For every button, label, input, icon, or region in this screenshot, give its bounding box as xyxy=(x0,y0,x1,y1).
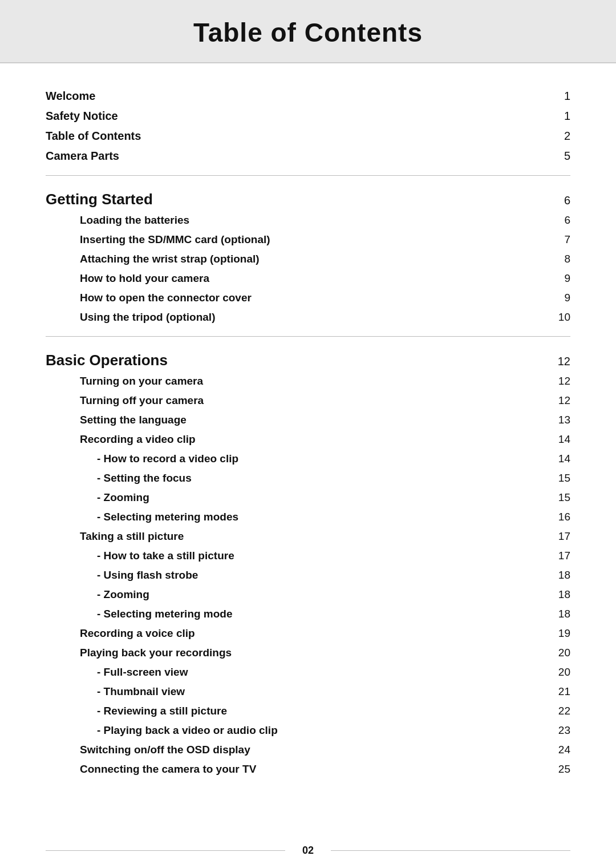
item-page: 21 xyxy=(558,685,570,698)
title-bar: Table of Contents xyxy=(0,0,616,63)
footer-page-number: 02 xyxy=(297,845,319,857)
item-label: - Full-screen view xyxy=(46,666,188,679)
item-page: 14 xyxy=(558,453,570,465)
top-entry-3: Camera Parts5 xyxy=(46,146,570,166)
item-label: How to hold your camera xyxy=(46,272,209,285)
group-1-item-3: Recording a video clip14 xyxy=(46,430,570,449)
group-1-item-10: - Using flash strobe18 xyxy=(46,566,570,585)
item-page: 24 xyxy=(558,744,570,756)
item-label: Loading the batteries xyxy=(46,214,189,227)
item-label: - Playing back a video or audio clip xyxy=(46,724,278,737)
entry-label: Welcome xyxy=(46,90,95,103)
item-page: 12 xyxy=(558,394,570,407)
item-page: 20 xyxy=(558,666,570,679)
group-1-item-17: - Reviewing a still picture22 xyxy=(46,701,570,721)
item-page: 20 xyxy=(558,647,570,659)
item-label: - Zooming xyxy=(46,491,149,504)
group-1-item-11: - Zooming18 xyxy=(46,585,570,604)
group-header-0: Getting Started6 xyxy=(46,185,570,211)
entry-label: Camera Parts xyxy=(46,150,119,163)
group-page: 6 xyxy=(564,194,570,207)
group-divider-0 xyxy=(46,336,570,337)
item-label: Inserting the SD/MMC card (optional) xyxy=(46,233,270,246)
item-label: Taking a still picture xyxy=(46,530,184,543)
content-area: Welcome1Safety Notice1Table of Contents2… xyxy=(0,63,616,802)
footer-line-right xyxy=(331,850,570,851)
entry-label: Table of Contents xyxy=(46,130,141,143)
divider-1 xyxy=(46,175,570,176)
entry-page: 1 xyxy=(564,90,570,103)
group-0-item-3: How to hold your camera9 xyxy=(46,269,570,288)
item-page: 12 xyxy=(558,375,570,387)
item-label: Turning on your camera xyxy=(46,375,203,387)
group-1-item-12: - Selecting metering mode18 xyxy=(46,604,570,624)
item-page: 9 xyxy=(564,272,570,285)
item-page: 8 xyxy=(564,253,570,265)
top-section: Welcome1Safety Notice1Table of Contents2… xyxy=(46,86,570,166)
group-1-item-13: Recording a voice clip19 xyxy=(46,624,570,643)
item-page: 17 xyxy=(558,550,570,562)
entry-page: 2 xyxy=(564,130,570,143)
item-label: - Setting the focus xyxy=(46,472,192,485)
item-label: - Selecting metering modes xyxy=(46,511,238,523)
item-label: - Zooming xyxy=(46,588,149,601)
item-label: - How to take a still picture xyxy=(46,550,234,562)
group-header-1: Basic Operations12 xyxy=(46,346,570,372)
item-page: 10 xyxy=(558,311,570,324)
group-1-item-18: - Playing back a video or audio clip23 xyxy=(46,721,570,740)
page-title: Table of Contents xyxy=(11,17,605,48)
item-label: Attaching the wrist strap (optional) xyxy=(46,253,260,265)
item-label: Setting the language xyxy=(46,414,187,426)
item-label: Playing back your recordings xyxy=(46,647,232,659)
group-1-item-5: - Setting the focus15 xyxy=(46,469,570,488)
item-page: 9 xyxy=(564,292,570,304)
item-page: 15 xyxy=(558,491,570,504)
item-label: Connecting the camera to your TV xyxy=(46,763,256,776)
item-label: Turning off your camera xyxy=(46,394,204,407)
group-1-item-6: - Zooming15 xyxy=(46,488,570,507)
item-page: 19 xyxy=(558,627,570,640)
group-1-item-1: Turning off your camera12 xyxy=(46,391,570,410)
item-label: - How to record a video clip xyxy=(46,453,238,465)
page-footer: 02 xyxy=(0,845,616,857)
item-label: How to open the connector cover xyxy=(46,292,252,304)
groups-container: Getting Started6Loading the batteries6In… xyxy=(46,185,570,779)
item-page: 18 xyxy=(558,588,570,601)
group-0-item-2: Attaching the wrist strap (optional)8 xyxy=(46,249,570,269)
page: Table of Contents Welcome1Safety Notice1… xyxy=(0,0,616,868)
item-label: Recording a video clip xyxy=(46,433,196,446)
item-page: 14 xyxy=(558,433,570,446)
group-1-item-2: Setting the language13 xyxy=(46,410,570,430)
group-name: Getting Started xyxy=(46,191,153,208)
group-1-item-4: - How to record a video clip14 xyxy=(46,449,570,469)
entry-page: 1 xyxy=(564,110,570,123)
top-entry-1: Safety Notice1 xyxy=(46,106,570,126)
item-page: 23 xyxy=(558,724,570,737)
item-page: 7 xyxy=(564,233,570,246)
item-label: Using the tripod (optional) xyxy=(46,311,215,324)
group-page: 12 xyxy=(558,355,570,368)
item-page: 25 xyxy=(558,763,570,776)
item-page: 13 xyxy=(558,414,570,426)
item-page: 16 xyxy=(558,511,570,523)
group-1-item-19: Switching on/off the OSD display24 xyxy=(46,740,570,760)
item-page: 18 xyxy=(558,569,570,582)
group-1-item-20: Connecting the camera to your TV25 xyxy=(46,760,570,779)
top-entry-0: Welcome1 xyxy=(46,86,570,106)
top-entry-2: Table of Contents2 xyxy=(46,126,570,146)
entry-page: 5 xyxy=(564,150,570,163)
group-name: Basic Operations xyxy=(46,352,168,369)
item-page: 18 xyxy=(558,608,570,620)
group-1-item-14: Playing back your recordings20 xyxy=(46,643,570,663)
item-label: Recording a voice clip xyxy=(46,627,195,640)
group-1-item-16: - Thumbnail view21 xyxy=(46,682,570,701)
entry-label: Safety Notice xyxy=(46,110,118,123)
group-0-item-4: How to open the connector cover9 xyxy=(46,288,570,308)
item-label: - Reviewing a still picture xyxy=(46,705,227,717)
group-0-item-1: Inserting the SD/MMC card (optional)7 xyxy=(46,230,570,249)
item-page: 15 xyxy=(558,472,570,485)
item-label: Switching on/off the OSD display xyxy=(46,744,250,756)
group-1-item-9: - How to take a still picture17 xyxy=(46,546,570,566)
group-0-item-5: Using the tripod (optional)10 xyxy=(46,308,570,327)
item-label: - Using flash strobe xyxy=(46,569,198,582)
